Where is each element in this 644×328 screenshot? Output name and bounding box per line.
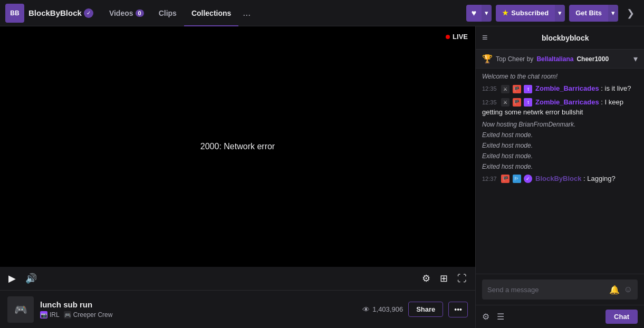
badge-twitch: t [524,98,532,107]
chat-icon-bell[interactable]: 🔔 [609,285,620,295]
play-button[interactable]: ▶ [6,271,18,286]
system-message: Exited host mode. [482,142,638,149]
chevron-down-icon: ▾ [611,9,615,17]
tag-irl-label: IRL [50,311,60,319]
chat-list-icon[interactable]: ☰ [497,312,504,322]
live-dot [446,35,450,39]
expand-button[interactable]: ❯ [622,5,639,22]
share-button[interactable]: Share [408,302,443,317]
badge-flag2: 🏳 [513,175,521,183]
welcome-message: Welcome to the chat room! [482,73,638,80]
chat-username: Zombie_Barricades [535,84,599,92]
chat-menu-icon[interactable]: ≡ [482,32,488,43]
cheer-chevron-icon[interactable]: ▾ [633,54,638,64]
get-bits-button-group: Get Bits ▾ [569,5,618,22]
chat-message: 12:35 ⚔ 🏴 t Zombie_Barricades : I keep g… [482,97,638,118]
message-time: 12:35 [482,99,497,105]
videos-badge: 0 [136,9,144,17]
share-label: Share [416,305,435,313]
tag-crew: 🎮 Creeper Crew [64,311,113,319]
volume-icon: 🔊 [25,273,37,284]
chat-username: BlockByBlock [535,175,581,182]
badge-flag: 🏴 [501,175,510,183]
more-tabs-button[interactable]: ... [238,7,255,18]
eye-icon: 👁 [362,305,370,314]
chat-settings-icon[interactable]: ⚙ [482,312,489,322]
chat-header: ≡ blockbyblock [476,26,644,50]
get-bits-button[interactable]: Get Bits [569,5,608,22]
view-count-value: 1,403,906 [372,305,403,313]
badge-sword: ⚔ [501,98,510,107]
chat-text: : Lagging? [583,175,616,182]
stream-tags: 📷 IRL 🎮 Creeper Crew [40,311,362,319]
cheer-label: Top Cheer by [496,55,533,63]
system-message: Exited host mode. [482,163,638,170]
irl-icon: 📷 [40,311,47,319]
bits-dropdown-button[interactable]: ▾ [608,5,618,22]
top-navigation: BB BlockByBlock ✓ Videos 0 Clips Collect… [0,0,644,26]
chat-text: : is it live? [601,84,631,92]
chat-footer-icons: ⚙ ☰ [482,312,504,322]
channel-name: BlockByBlock [28,8,82,17]
stream-thumbnail: 🎮 [7,296,34,323]
cheer-amount: Cheer1000 [576,55,609,63]
tab-collections[interactable]: Collections [184,0,238,26]
chat-channel-name: blockbyblock [493,34,638,42]
chevron-down-icon: ▾ [485,9,488,17]
subscribed-button[interactable]: ★ Subscribed [496,5,555,22]
tab-clips[interactable]: Clips [151,0,184,26]
channel-avatar: BB [5,4,24,23]
tag-crew-label: Creeper Crew [73,311,113,319]
top-cheer-left: 🏆 Top Cheer by BellaItaliana Cheer1000 [482,54,609,64]
stream-title-wrap: lunch sub run 📷 IRL 🎮 Creeper Crew [40,300,362,319]
fullscreen-button[interactable]: ⛶ [455,271,469,286]
badge-verified: ✓ [524,175,532,183]
live-badge: LIVE [446,33,468,41]
chevron-down-icon: ▾ [558,9,562,17]
cheer-username[interactable]: BellaItaliana [536,55,573,63]
live-label: LIVE [453,33,468,41]
video-controls: ▶ 🔊 ⚙ ⊞ ⛶ [0,267,475,290]
subscribe-dropdown-button[interactable]: ▾ [555,5,565,22]
main-content: LIVE 2000: Network error ▶ 🔊 ⚙ ⊞ ⛶ [0,26,644,328]
theatre-mode-icon: ⊞ [440,273,448,284]
tab-clips-label: Clips [159,9,177,17]
message-time: 12:37 [482,176,497,182]
top-cheer-bar: 🏆 Top Cheer by BellaItaliana Cheer1000 ▾ [476,50,644,69]
stream-title: lunch sub run [40,300,362,309]
channel-name-group: BlockByBlock ✓ [28,8,93,18]
more-stream-button[interactable]: ••• [448,302,468,317]
chat-message: 12:37 🏴 🏳 ✓ BlockByBlock : Lagging? [482,173,638,184]
badge-flag: 🏴 [513,98,521,107]
stream-info-bar: 🎮 lunch sub run 📷 IRL 🎮 Creeper Crew [0,290,475,328]
volume-button[interactable]: 🔊 [23,271,39,286]
tab-collections-label: Collections [191,9,231,17]
video-section: LIVE 2000: Network error ▶ 🔊 ⚙ ⊞ ⛶ [0,26,475,328]
trophy-icon: 🏆 [482,54,493,64]
stream-right: 👁 1,403,906 Share ••• [362,302,468,317]
settings-button[interactable]: ⚙ [420,271,432,286]
chat-input-area: 🔔 ☺ [476,274,644,305]
send-chat-button[interactable]: Chat [605,310,638,324]
chat-username: Zombie_Barricades [535,98,599,106]
system-message: Now hosting BrianFromDenmark. [482,121,638,128]
heart-icon: ♥ [472,8,477,18]
gear-icon: ⚙ [422,273,430,284]
chat-icon-emoji[interactable]: ☺ [624,285,632,294]
subscribed-label: Subscribed [511,9,549,17]
theatre-mode-button[interactable]: ⊞ [438,271,450,286]
follow-dropdown-button[interactable]: ▾ [482,5,492,22]
video-player[interactable]: LIVE 2000: Network error [0,26,475,267]
follow-button[interactable]: ♥ [466,5,482,22]
message-time: 12:35 [482,85,497,92]
tab-videos[interactable]: Videos 0 [102,0,151,26]
badge-sword: ⚔ [501,85,510,93]
chat-input[interactable] [487,286,609,294]
more-dots-icon: ••• [454,305,462,314]
play-icon: ▶ [8,273,16,284]
chat-footer: ⚙ ☰ Chat [476,305,644,328]
chat-input-wrap: 🔔 ☺ [482,279,638,300]
badge-flag: 🏴 [513,85,521,93]
follow-button-group: ♥ ▾ [466,5,492,22]
subscribe-button-group: ★ Subscribed ▾ [496,5,565,22]
